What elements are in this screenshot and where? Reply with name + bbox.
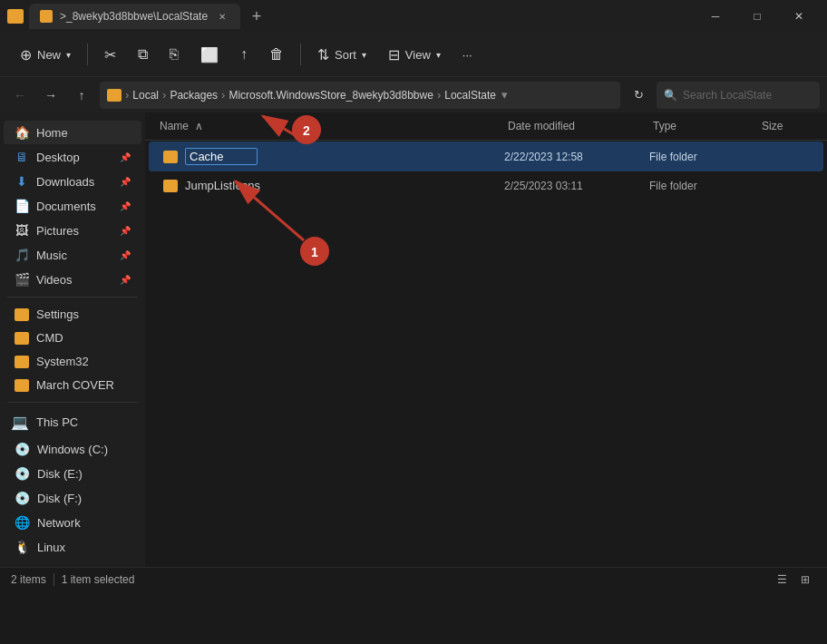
share-button[interactable]: ↑ [231,41,257,68]
sidebar-item-videos[interactable]: 🎬 Videos 📌 [4,268,141,291]
windows-c-icon: 💿 [15,442,30,456]
sidebar-item-pictures[interactable]: 🖼 Pictures 📌 [4,219,141,242]
sidebar-item-settings[interactable]: Settings [4,303,141,326]
cmd-label: CMD [36,331,63,345]
path-folder-icon [107,89,122,102]
tab-title: >_8wekyb3d8bbwe\LocalState [60,10,208,23]
cache-date: 2/22/2023 12:58 [497,147,642,167]
jumplist-date: 2/25/2023 03:11 [497,176,642,196]
address-path[interactable]: › Local › Packages › Microsoft.WindowsSt… [100,82,620,109]
refresh-button[interactable]: ↻ [626,83,651,108]
search-box[interactable]: 🔍 Search LocalState [657,82,820,109]
new-button[interactable]: ⊕ New ▾ [11,41,80,69]
header-type-label: Type [653,120,676,132]
settings-folder-icon [15,308,29,321]
cut-icon: ✂ [104,46,116,63]
videos-label: Videos [36,273,73,287]
delete-button[interactable]: 🗑 [260,41,293,68]
sidebar-item-windows-c[interactable]: 💿 Windows (C:) [4,437,141,461]
header-size-label: Size [762,120,783,132]
path-sep-1: › [162,88,166,102]
new-tab-button[interactable]: + [244,4,269,29]
up-button[interactable]: ↑ [69,83,94,108]
toolbar-sep-1 [87,44,88,65]
sidebar-item-march-cover[interactable]: March COVER [4,374,141,396]
desktop-label: Desktop [36,151,80,164]
sidebar-item-home[interactable]: 🏠 Home [4,121,141,144]
march-cover-label: March COVER [36,378,114,392]
path-sep-3: › [437,88,441,102]
sidebar-item-disk-f[interactable]: 💿 Disk (F:) [4,486,141,510]
file-name-cache [149,144,497,169]
sort-indicator: ∧ [195,120,203,132]
minimize-button[interactable]: ─ [695,0,736,33]
tab-close-button[interactable]: ✕ [215,9,229,24]
pin-icon-downloads: 📌 [120,177,131,187]
file-list-body: 2/22/2023 12:58 File folder JumpListIcon… [145,141,827,567]
disk-f-label: Disk (F:) [37,492,82,505]
sidebar-item-system32[interactable]: System32 [4,350,141,373]
linux-icon: 🐧 [15,540,30,554]
sidebar-item-desktop[interactable]: 🖥 Desktop 📌 [4,145,141,169]
more-button[interactable]: ··· [453,43,482,67]
pin-icon-music: 📌 [120,250,131,260]
sidebar-item-downloads[interactable]: ⬇ Downloads 📌 [4,170,141,193]
tab-folder-icon [40,10,53,23]
cut-button[interactable]: ✂ [95,41,125,69]
sort-button[interactable]: ⇅ Sort ▾ [308,41,375,69]
file-list-header: Name ∧ Date modified Type Size [145,112,827,141]
file-row-jumplisticons[interactable]: JumpListIcons 2/25/2023 03:11 File folde… [149,172,823,199]
new-label: New [37,48,61,62]
search-placeholder: Search LocalState [683,89,772,102]
pictures-icon: 🖼 [15,223,29,238]
jumplist-name-label: JumpListIcons [185,179,260,192]
cache-type: File folder [642,147,751,167]
header-name-label: Name [160,120,189,132]
sort-dropdown-icon: ▾ [362,50,366,60]
settings-label: Settings [36,307,79,321]
cache-name-input[interactable] [185,148,258,165]
grid-view-button[interactable]: ⊞ [794,571,816,589]
address-bar: ← → ↑ › Local › Packages › Microsoft.Win… [0,76,827,112]
copy-button[interactable]: ⧉ [129,41,157,68]
header-date[interactable]: Date modified [501,116,646,136]
header-size[interactable]: Size [754,116,827,136]
sidebar-item-disk-e[interactable]: 💿 Disk (E:) [4,462,141,485]
pin-icon-desktop: 📌 [120,152,131,162]
sidebar: 🏠 Home 🖥 Desktop 📌 ⬇ Downloads 📌 📄 Docum… [0,112,145,567]
march-cover-folder-icon [15,379,29,392]
status-divider [54,573,54,586]
header-name[interactable]: Name ∧ [145,116,501,136]
list-view-button[interactable]: ☰ [771,571,793,589]
maximize-button[interactable]: □ [736,0,778,33]
pin-icon-documents: 📌 [120,201,131,211]
active-tab[interactable]: >_8wekyb3d8bbwe\LocalState ✕ [29,4,240,29]
status-view-icons: ☰ ⊞ [771,571,816,589]
paste-button[interactable]: ⎘ [161,41,188,68]
cache-size [751,153,823,161]
home-label: Home [36,126,68,140]
this-pc-label: This PC [36,415,78,429]
view-icon: ⊟ [388,46,400,63]
sidebar-item-linux[interactable]: 🐧 Linux [4,535,141,559]
view-button[interactable]: ⊟ View ▾ [379,41,450,69]
sidebar-item-documents[interactable]: 📄 Documents 📌 [4,194,141,218]
downloads-label: Downloads [36,175,94,189]
this-pc-icon: 💻 [11,414,29,431]
path-sep-0: › [125,88,129,102]
rename-button[interactable]: ⬜ [191,41,228,69]
file-pane: Name ∧ Date modified Type Size [145,112,827,567]
file-row-cache[interactable]: 2/22/2023 12:58 File folder [149,141,823,171]
forward-button[interactable]: → [38,83,63,108]
sidebar-item-cmd[interactable]: CMD [4,327,141,349]
downloads-icon: ⬇ [15,174,29,189]
path-microsoft: Microsoft.WindowsStore_8wekyb3d8bbwe [229,89,433,102]
network-label: Network [37,516,81,530]
sidebar-item-network[interactable]: 🌐 Network [4,511,141,534]
header-type[interactable]: Type [646,116,754,136]
sidebar-item-music[interactable]: 🎵 Music 📌 [4,243,141,267]
this-pc-header[interactable]: 💻 This PC [0,408,145,436]
back-button[interactable]: ← [7,83,33,108]
documents-label: Documents [36,200,96,213]
close-button[interactable]: ✕ [778,0,820,33]
